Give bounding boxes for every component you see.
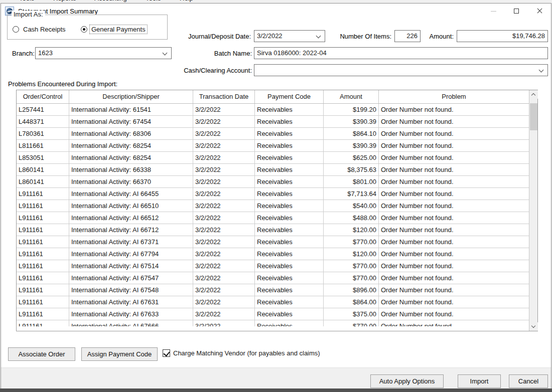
number-of-items-field[interactable]: 226 <box>394 30 421 42</box>
auto-apply-options-button[interactable]: Auto Apply Options <box>370 374 444 388</box>
cell-order-control: L811661 <box>17 140 69 151</box>
cell-transaction-date: 3/2/2022 <box>193 296 255 308</box>
cell-transaction-date: 3/2/2022 <box>193 308 255 320</box>
close-button[interactable] <box>528 4 551 19</box>
cell-problem: Order Number not found. <box>379 116 529 127</box>
table-row[interactable]: L911161 International Activity: AI 67631… <box>17 296 529 308</box>
amount-field[interactable]: $19,746.28 <box>457 30 548 42</box>
dialog-footer: Auto Apply Options Import Cancel <box>1 367 551 389</box>
cell-amount: $199.20 <box>324 104 379 115</box>
column-header-payment-code[interactable]: Payment Code <box>255 90 324 103</box>
cell-problem: Order Number not found. <box>379 176 529 187</box>
table-row[interactable]: L911161 International Activity: AI 67794… <box>17 248 529 260</box>
table-row[interactable]: L257441 International Activity: 61541 3/… <box>17 104 529 116</box>
radio-general-payments[interactable]: General Payments <box>81 25 147 34</box>
cell-amount: $120.00 <box>324 248 379 260</box>
import-button[interactable]: Import <box>458 374 501 388</box>
cell-order-control: L911161 <box>17 188 69 200</box>
table-row[interactable]: L911161 International Activity: AI 66455… <box>17 188 529 200</box>
cell-payment-code: Receivables <box>255 248 324 260</box>
cell-payment-code: Receivables <box>255 320 324 326</box>
chevron-down-icon <box>539 68 544 73</box>
column-header-order-control[interactable]: Order/Control <box>17 90 69 103</box>
cell-problem: Order Number not found. <box>379 164 529 175</box>
table-row[interactable]: L448371 International Activity: 67454 3/… <box>17 116 529 128</box>
cell-problem: Order Number not found. <box>379 224 529 236</box>
cell-payment-code: Receivables <box>255 128 324 139</box>
cell-transaction-date: 3/2/2022 <box>193 128 255 139</box>
table-row[interactable]: L911161 International Activity: AI 66712… <box>17 224 529 236</box>
cell-order-control: L911161 <box>17 272 69 284</box>
table-row[interactable]: L911161 International Activity: AI 67633… <box>17 308 529 320</box>
associate-order-button[interactable]: Associate Order <box>8 347 75 361</box>
table-row[interactable]: L780361 International Activity: 68306 3/… <box>17 128 529 140</box>
cell-problem: Order Number not found. <box>379 284 529 296</box>
cell-payment-code: Receivables <box>255 200 324 212</box>
branch-combo[interactable]: 1623 <box>35 47 172 59</box>
table-row[interactable]: L911161 International Activity: AI 67666… <box>17 320 529 326</box>
scroll-up-button[interactable] <box>529 90 538 99</box>
cell-amount: $375.00 <box>324 308 379 320</box>
cell-description-shipper: International Activity: AI 67666 <box>69 320 193 326</box>
journal-deposit-date-combo[interactable]: 3/2/2022 <box>254 30 325 42</box>
cell-payment-code: Receivables <box>255 152 324 163</box>
cell-transaction-date: 3/2/2022 <box>193 284 255 296</box>
chevron-down-icon <box>316 34 321 39</box>
table-row[interactable]: L860141 International Activity: 66370 3/… <box>17 176 529 188</box>
cell-transaction-date: 3/2/2022 <box>193 320 255 326</box>
maximize-button[interactable] <box>505 4 528 19</box>
cell-transaction-date: 3/2/2022 <box>193 212 255 224</box>
cell-order-control: L911161 <box>17 296 69 308</box>
table-row[interactable]: L911161 International Activity: AI 66512… <box>17 212 529 224</box>
cell-problem: Order Number not found. <box>379 272 529 284</box>
chevron-down-icon <box>531 324 535 328</box>
cell-amount: $770.00 <box>324 320 379 326</box>
table-row[interactable]: L911161 International Activity: AI 67547… <box>17 272 529 284</box>
maximize-icon <box>514 9 519 14</box>
table-row[interactable]: L811661 International Activity: 68254 3/… <box>17 140 529 152</box>
minimize-button[interactable] <box>482 4 505 19</box>
cell-payment-code: Receivables <box>255 224 324 236</box>
cell-order-control: L911161 <box>17 284 69 296</box>
table-row[interactable]: L911161 International Activity: AI 66510… <box>17 200 529 212</box>
statement-import-summary-dialog: Statement Import Summary Import As: Cash… <box>1 3 551 388</box>
cell-payment-code: Receivables <box>255 176 324 187</box>
table-row[interactable]: L911161 International Activity: AI 67548… <box>17 284 529 296</box>
cell-transaction-date: 3/2/2022 <box>193 176 255 187</box>
cell-amount: $896.00 <box>324 284 379 296</box>
batch-name-field[interactable]: Sirva 0186000: 2022-04 <box>254 47 548 59</box>
vertical-scrollbar[interactable] <box>529 90 537 331</box>
radio-cash-receipts[interactable]: Cash Receipts <box>13 25 67 34</box>
assign-payment-code-button[interactable]: Assign Payment Code <box>81 347 158 361</box>
cell-problem: Order Number not found. <box>379 128 529 139</box>
scrollbar-thumb[interactable] <box>530 103 537 130</box>
column-header-problem[interactable]: Problem <box>379 90 529 103</box>
problems-table-header: Order/Control Description/Shipper Transa… <box>17 90 529 104</box>
table-row[interactable]: L911161 International Activity: AI 67514… <box>17 260 529 272</box>
minimize-icon <box>491 11 496 12</box>
cell-payment-code: Receivables <box>255 272 324 284</box>
cell-transaction-date: 3/2/2022 <box>193 200 255 212</box>
cell-transaction-date: 3/2/2022 <box>193 236 255 248</box>
table-row[interactable]: L911161 International Activity: AI 67371… <box>17 236 529 248</box>
charge-matching-vendor-checkbox-row[interactable]: Charge Matching Vendor (for payables and… <box>163 349 320 357</box>
cell-amount: $625.00 <box>324 152 379 163</box>
scroll-down-button[interactable] <box>529 322 538 331</box>
cell-description-shipper: International Activity: 68254 <box>69 152 193 163</box>
column-header-transaction-date[interactable]: Transaction Date <box>193 90 255 103</box>
cell-description-shipper: International Activity: 66370 <box>69 176 193 187</box>
cell-description-shipper: International Activity: 66338 <box>69 164 193 175</box>
cash-clearing-account-combo[interactable] <box>254 64 548 76</box>
cell-transaction-date: 3/2/2022 <box>193 272 255 284</box>
cell-description-shipper: International Activity: AI 66510 <box>69 200 193 212</box>
table-row[interactable]: L860141 International Activity: 66338 3/… <box>17 164 529 176</box>
cell-payment-code: Receivables <box>255 116 324 127</box>
column-header-description-shipper[interactable]: Description/Shipper <box>69 90 193 103</box>
table-row[interactable]: L853051 International Activity: 68254 3/… <box>17 152 529 164</box>
column-header-amount[interactable]: Amount <box>324 90 379 103</box>
cell-amount: $390.39 <box>324 116 379 127</box>
cancel-button[interactable]: Cancel <box>509 374 548 388</box>
cell-order-control: L911161 <box>17 248 69 260</box>
journal-deposit-date-label: Journal/Deposit Date: <box>178 32 251 41</box>
cell-problem: Order Number not found. <box>379 152 529 163</box>
